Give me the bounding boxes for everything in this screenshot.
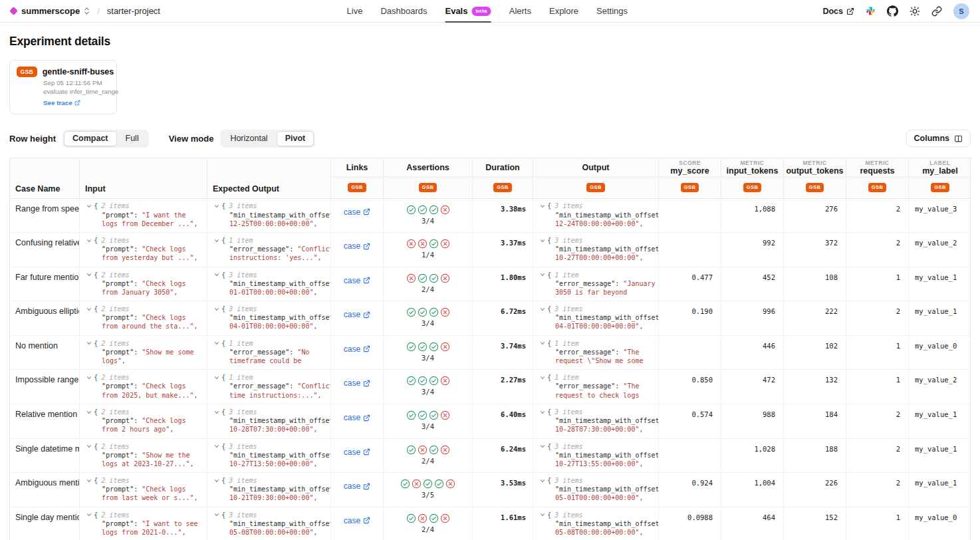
assertion-pass-icon[interactable] <box>434 479 444 489</box>
assertion-fail-icon[interactable] <box>406 239 416 249</box>
columns-button[interactable]: Columns <box>906 130 971 147</box>
expand-caret-icon[interactable] <box>540 307 545 312</box>
share-link-icon[interactable] <box>931 6 942 17</box>
column-header-requests[interactable]: METRICrequests <box>846 158 908 177</box>
assertion-pass-icon[interactable] <box>418 307 428 317</box>
github-icon[interactable] <box>887 5 898 17</box>
theme-toggle-icon[interactable] <box>910 6 920 17</box>
assertion-pass-icon[interactable] <box>429 342 439 352</box>
column-header-duration[interactable]: Duration <box>473 158 533 177</box>
org-name[interactable]: summerscope <box>21 6 80 16</box>
expand-caret-icon[interactable] <box>214 444 219 449</box>
expand-caret-icon[interactable] <box>540 478 545 483</box>
column-header-case-name[interactable]: Case Name <box>10 158 80 198</box>
column-header-output[interactable]: Output <box>533 158 658 177</box>
column-header-assertions[interactable]: Assertions <box>384 158 472 177</box>
assertion-pass-icon[interactable] <box>429 239 439 249</box>
assertion-pass-icon[interactable] <box>406 410 416 420</box>
assertion-pass-icon[interactable] <box>418 376 428 386</box>
assertion-pass-icon[interactable] <box>429 410 439 420</box>
assertion-fail-icon[interactable] <box>440 513 450 523</box>
assertion-fail-icon[interactable] <box>440 307 450 317</box>
expand-caret-icon[interactable] <box>214 272 219 277</box>
expand-caret-icon[interactable] <box>540 375 545 380</box>
assertion-pass-icon[interactable] <box>418 342 428 352</box>
column-header-my-score[interactable]: SCOREmy_score <box>659 158 721 177</box>
experiment-badge[interactable]: GSB <box>868 183 886 192</box>
case-trace-link[interactable]: case <box>344 448 370 457</box>
column-header-input-tokens[interactable]: METRICinput_tokens <box>721 158 783 177</box>
assertion-pass-icon[interactable] <box>418 205 428 215</box>
case-trace-link[interactable]: case <box>344 207 370 217</box>
expand-caret-icon[interactable] <box>86 444 92 449</box>
expand-caret-icon[interactable] <box>86 203 92 209</box>
assertion-pass-icon[interactable] <box>429 307 439 317</box>
case-trace-link[interactable]: case <box>344 378 370 388</box>
view-mode-option-pivot[interactable]: Pivot <box>277 131 314 146</box>
column-header-links[interactable]: Links <box>331 158 383 177</box>
row-height-option-full[interactable]: Full <box>117 131 148 146</box>
assertion-fail-icon[interactable] <box>440 410 450 420</box>
expand-caret-icon[interactable] <box>540 272 545 277</box>
assertion-pass-icon[interactable] <box>429 273 439 283</box>
expand-caret-icon[interactable] <box>214 203 219 209</box>
tab-evals[interactable]: Evalsbeta <box>445 0 491 23</box>
expand-caret-icon[interactable] <box>214 340 219 346</box>
expand-caret-icon[interactable] <box>214 512 219 517</box>
expand-caret-icon[interactable] <box>86 272 92 277</box>
expand-caret-icon[interactable] <box>86 238 92 243</box>
assertion-fail-icon[interactable] <box>412 479 422 489</box>
expand-caret-icon[interactable] <box>540 512 545 517</box>
experiment-badge[interactable]: GSB <box>493 183 511 192</box>
expand-caret-icon[interactable] <box>540 410 545 415</box>
case-trace-link[interactable]: case <box>344 481 370 491</box>
assertion-fail-icon[interactable] <box>440 342 450 352</box>
experiment-badge[interactable]: GSB <box>743 183 761 192</box>
expand-caret-icon[interactable] <box>214 307 219 312</box>
assertion-fail-icon[interactable] <box>440 205 450 215</box>
assertion-fail-icon[interactable] <box>440 376 450 386</box>
case-trace-link[interactable]: case <box>344 413 370 422</box>
org-switcher-icon[interactable] <box>84 7 90 15</box>
column-header-expected-output[interactable]: Expected Output <box>207 158 331 198</box>
tab-live[interactable]: Live <box>347 0 363 23</box>
assertion-pass-icon[interactable] <box>429 376 439 386</box>
assertion-fail-icon[interactable] <box>440 445 450 455</box>
expand-caret-icon[interactable] <box>86 512 92 517</box>
experiment-badge[interactable]: GSB <box>806 183 824 192</box>
user-avatar[interactable]: S <box>953 3 969 19</box>
app-logo-icon[interactable] <box>9 7 18 15</box>
assertion-pass-icon[interactable] <box>406 307 416 317</box>
assertion-pass-icon[interactable] <box>406 513 416 523</box>
tab-explore[interactable]: Explore <box>549 0 578 23</box>
assertion-pass-icon[interactable] <box>406 376 416 386</box>
case-trace-link[interactable]: case <box>344 310 370 319</box>
assertion-fail-icon[interactable] <box>445 479 455 489</box>
experiment-badge[interactable]: GSB <box>419 183 437 192</box>
expand-caret-icon[interactable] <box>540 203 545 209</box>
expand-caret-icon[interactable] <box>86 307 92 312</box>
expand-caret-icon[interactable] <box>86 478 92 483</box>
expand-caret-icon[interactable] <box>86 340 92 346</box>
column-header-input[interactable]: Input <box>80 158 207 198</box>
tab-alerts[interactable]: Alerts <box>509 0 531 23</box>
assertion-fail-icon[interactable] <box>440 239 450 249</box>
expand-caret-icon[interactable] <box>540 444 545 449</box>
expand-caret-icon[interactable] <box>214 375 219 380</box>
assertion-fail-icon[interactable] <box>406 273 416 283</box>
expand-caret-icon[interactable] <box>214 410 219 415</box>
experiment-badge[interactable]: GSB <box>931 183 949 192</box>
assertion-pass-icon[interactable] <box>406 342 416 352</box>
assertion-pass-icon[interactable] <box>400 479 410 489</box>
assertion-pass-icon[interactable] <box>429 445 439 455</box>
case-trace-link[interactable]: case <box>344 344 370 354</box>
experiment-badge[interactable]: GSB <box>681 183 699 192</box>
experiment-badge[interactable]: GSB <box>586 183 604 192</box>
expand-caret-icon[interactable] <box>540 340 545 346</box>
experiment-badge[interactable]: GSB <box>348 183 366 192</box>
assertion-fail-icon[interactable] <box>418 445 428 455</box>
case-trace-link[interactable]: case <box>344 516 370 525</box>
assertion-pass-icon[interactable] <box>406 445 416 455</box>
assertion-pass-icon[interactable] <box>429 205 439 215</box>
row-height-option-compact[interactable]: Compact <box>64 131 116 146</box>
